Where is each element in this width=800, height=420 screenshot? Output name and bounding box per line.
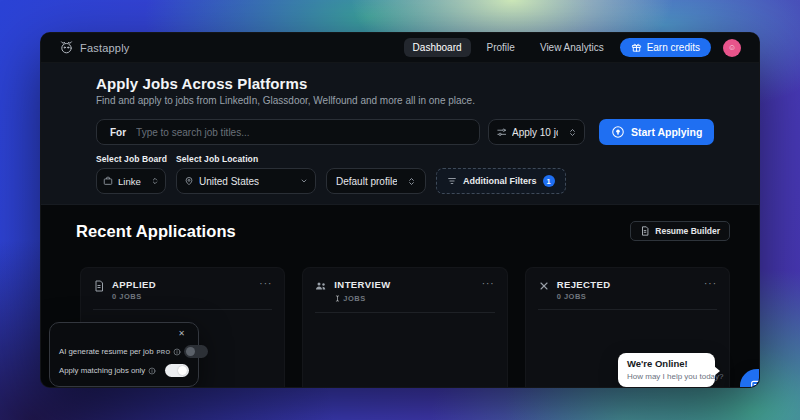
gift-icon (631, 42, 642, 53)
resume-builder-button[interactable]: Resume Builder (630, 221, 730, 241)
sliders-icon (496, 127, 507, 138)
chat-status-bubble: We're Online! How may I help you today? (618, 353, 715, 387)
x-icon (538, 280, 550, 292)
info-icon (148, 367, 156, 375)
matching-jobs-setting-row: Apply matching jobs only (59, 364, 189, 377)
apply-count-value: Apply 10 jobs (512, 127, 558, 138)
search-for-label: For (110, 127, 126, 138)
select-labels-row: Select Job Board Select Job Location (96, 154, 719, 164)
ai-resume-toggle[interactable] (184, 345, 208, 358)
ai-head-icon (611, 125, 625, 139)
chat-status-text: We're Online! (627, 358, 706, 369)
nav-profile[interactable]: Profile (478, 38, 524, 57)
caret-down-icon (300, 177, 308, 185)
applied-document-icon (93, 280, 105, 292)
job-board-select[interactable]: LinkedIn (96, 168, 166, 194)
nav-dashboard[interactable]: Dashboard (404, 38, 471, 57)
column-more-button[interactable]: ··· (259, 279, 272, 289)
job-title-search[interactable]: For (96, 119, 480, 145)
column-count: JOBS (334, 292, 390, 304)
additional-filters-label: Additional Filters (463, 176, 537, 186)
close-icon[interactable]: ✕ (178, 329, 185, 338)
chevrons-updown-icon (151, 177, 159, 185)
fastapply-logo[interactable]: Fastapply (59, 40, 130, 55)
ai-resume-setting-row: AI generate resume per job PRO (59, 345, 189, 358)
desktop-background: Fastapply Dashboard Profile View Analyti… (0, 0, 800, 420)
job-location-select[interactable]: United States (176, 168, 316, 194)
chat-icon (749, 378, 760, 388)
text-cursor-icon (334, 293, 341, 304)
top-navigation-bar: Fastapply Dashboard Profile View Analyti… (41, 33, 759, 63)
location-pin-icon (184, 176, 194, 186)
search-row: For Apply 10 jobs (96, 119, 719, 145)
app-window: Fastapply Dashboard Profile View Analyti… (40, 32, 760, 388)
nav-view-analytics[interactable]: View Analytics (531, 38, 613, 57)
chat-message-text: How may I help you today? (627, 372, 706, 381)
resume-builder-label: Resume Builder (655, 226, 720, 236)
user-avatar[interactable]: ☺ (723, 39, 741, 57)
divider (538, 309, 717, 310)
profile-select[interactable]: Default profile (326, 168, 426, 194)
ai-resume-label: AI generate resume per job (59, 347, 153, 356)
page-subtitle: Find and apply to jobs from LinkedIn, Gl… (96, 95, 719, 106)
column-title: APPLIED (112, 279, 156, 290)
profile-select-value: Default profile (336, 176, 397, 187)
matching-jobs-toggle[interactable] (165, 364, 189, 377)
column-more-button[interactable]: ··· (704, 279, 717, 289)
column-count: 0 JOBS (557, 292, 611, 301)
people-icon (315, 280, 327, 292)
matching-jobs-label: Apply matching jobs only (59, 366, 145, 375)
job-board-value: LinkedIn (118, 176, 141, 187)
start-applying-label: Start Applying (631, 126, 702, 138)
additional-filters-button[interactable]: Additional Filters 1 (436, 168, 566, 194)
job-location-label: Select Job Location (176, 154, 258, 164)
column-title: INTERVIEW (334, 279, 390, 290)
job-title-search-input[interactable] (136, 127, 469, 138)
job-board-label: Select Job Board (96, 154, 176, 164)
job-location-value: United States (199, 176, 259, 187)
column-count: 0 JOBS (112, 292, 156, 301)
apply-settings-popup: ✕ AI generate resume per job PRO Apply m… (49, 322, 199, 387)
apply-count-select[interactable]: Apply 10 jobs (488, 119, 585, 145)
start-applying-button[interactable]: Start Applying (599, 119, 714, 145)
recent-applications-heading: Recent Applications (76, 222, 236, 241)
divider (315, 312, 494, 313)
filter-funnel-icon (447, 176, 457, 186)
document-icon (640, 226, 650, 236)
earn-credits-button[interactable]: Earn credits (620, 38, 711, 57)
earn-credits-label: Earn credits (647, 42, 700, 53)
filters-row: LinkedIn United States (96, 168, 719, 194)
pro-badge: PRO (156, 349, 170, 355)
column-title: REJECTED (557, 279, 611, 290)
divider (93, 309, 272, 310)
page-title: Apply Jobs Across Platforms (96, 75, 719, 92)
apply-jobs-section: Apply Jobs Across Platforms Find and app… (41, 63, 759, 205)
column-interview: INTERVIEW JOBS ··· (302, 267, 507, 388)
briefcase-icon (103, 176, 113, 186)
chevrons-updown-icon (407, 177, 416, 186)
brand-name: Fastapply (80, 42, 130, 54)
info-icon (173, 348, 181, 356)
chevrons-updown-icon (568, 128, 577, 137)
owl-logo-icon (59, 40, 74, 55)
filters-count-badge: 1 (543, 175, 555, 187)
main-nav: Dashboard Profile View Analytics Earn cr… (404, 38, 741, 57)
column-more-button[interactable]: ··· (482, 279, 495, 289)
